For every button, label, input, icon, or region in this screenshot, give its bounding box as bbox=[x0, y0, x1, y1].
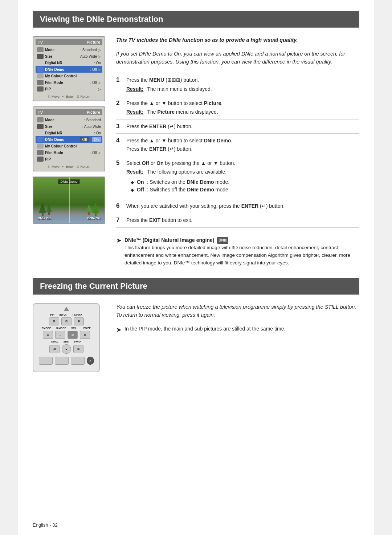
tv-menu-row: My Colour Control bbox=[36, 143, 102, 149]
bullet-list: ◆ On : Switches on the DNIe Demo mode. ◆… bbox=[131, 178, 359, 194]
remote-btn-large-1[interactable] bbox=[39, 357, 53, 365]
tv-menu-row: Film Mode : Off ▷ bbox=[36, 79, 102, 86]
list-item: ◆ Off : Switches off the DNIe Demo mode. bbox=[131, 186, 359, 194]
intro-text-2: If you set DNIe Demo to On, you can view… bbox=[116, 50, 359, 66]
tv-menu-row: PIP bbox=[36, 156, 102, 162]
step-3: 3 Press the ENTER (↵) button. bbox=[116, 119, 359, 134]
tv-menu-row-dniedemo: DNIe Demo : Off ▷ bbox=[36, 66, 102, 73]
section1-content: TV Picture Mode : Standard ▷ Size : Auto… bbox=[33, 36, 359, 271]
freeze-intro: You can freeze the picture when watching… bbox=[116, 303, 359, 319]
tv-menu-row: Size : Auto Wide ▷ bbox=[36, 53, 102, 60]
section1-right: This TV includes the DNIe function so as… bbox=[116, 36, 359, 271]
freeze-note: ➤ In the PIP mode, the main and sub pict… bbox=[116, 325, 359, 335]
remote-label-row2: PMODE S.MODE STILL PSIZE bbox=[36, 327, 96, 329]
tv-menu-row: Digital NR : On bbox=[36, 60, 102, 66]
step-6: 6 When you are satisfied with your setti… bbox=[116, 199, 359, 213]
remote-row2: ⊡ ↔ ⊟ ⊞ bbox=[36, 331, 96, 339]
section1-left: TV Picture Mode : Standard ▷ Size : Auto… bbox=[33, 36, 105, 271]
section2-left: PIP INFO□ TTX/MIX ⊞ ⊟ ⊠ PMODE S.MODE S bbox=[33, 303, 105, 372]
result-line: Result: The Picture menu is displayed. bbox=[126, 108, 359, 116]
tv-menu-row: Mode : Standard bbox=[36, 117, 102, 123]
tv-menu-2-footer: ⬆ Move ↵ Enter ⊞ Return bbox=[36, 164, 102, 169]
menu-icon bbox=[37, 117, 44, 122]
remote-dual-button[interactable]: I-II bbox=[49, 345, 60, 353]
step-2: 2 Press the ▲ or ▼ button to select Pict… bbox=[116, 96, 359, 119]
tv-menu-row-dniedemo2: DNIe Demo Off On bbox=[36, 136, 102, 143]
remote-row3: I-II ● ⊞ bbox=[36, 344, 96, 354]
tv-menu-row: Mode : Standard ▷ bbox=[36, 46, 102, 53]
section2-header: Freezing the Current Picture bbox=[33, 278, 359, 295]
tv-menu-2-header: TV Picture bbox=[36, 109, 102, 115]
remote-srs-button[interactable]: ● bbox=[62, 344, 71, 354]
tv-menu-row: Size : Auto Wide bbox=[36, 123, 102, 130]
dnle-off-label: DNIe Off bbox=[38, 216, 51, 220]
remote-btn-large-3[interactable] bbox=[71, 357, 85, 365]
remote-ttxmix-button[interactable]: ⊠ bbox=[74, 317, 84, 325]
tv-menu-row: Digital NR : On bbox=[36, 130, 102, 136]
dnle-demo-photo: DNIe Demo DNIe Off DNIe On bbox=[33, 177, 105, 224]
list-item: ◆ On : Switches on the DNIe Demo mode. bbox=[131, 178, 359, 186]
menu-icon bbox=[37, 157, 44, 162]
tv-menu-2: TV Picture Mode : Standard Size : Auto W… bbox=[33, 106, 105, 171]
split-line bbox=[69, 177, 70, 223]
note-arrow-icon: ➤ bbox=[116, 236, 122, 244]
tv-menu-1: TV Picture Mode : Standard ▷ Size : Auto… bbox=[33, 36, 105, 101]
menu-icon bbox=[37, 150, 44, 155]
remote-label-row3: DUAL SRS SWAP bbox=[36, 340, 96, 343]
freeze-note-arrow-icon: ➤ bbox=[116, 325, 122, 335]
section2: Freezing the Current Picture PIP INFO□ T… bbox=[33, 278, 359, 372]
remote-control: PIP INFO□ TTX/MIX ⊞ ⊟ ⊠ PMODE S.MODE S bbox=[33, 303, 100, 372]
remote-up-arrow-icon bbox=[64, 307, 69, 311]
remote-btn-large-2[interactable] bbox=[55, 357, 69, 365]
tv-menu-1-header: TV Picture bbox=[36, 39, 102, 45]
result-line: Result: The following options are availa… bbox=[126, 168, 359, 176]
tv-menu-1-footer: ⬆ Move ↵ Enter ⊞ Return bbox=[36, 94, 102, 98]
tv-menu-row: PIP ▷ bbox=[36, 86, 102, 92]
remote-info-button[interactable]: ⊟ bbox=[61, 317, 72, 325]
remote-swap-button[interactable]: ⊞ bbox=[73, 345, 83, 353]
menu-icon bbox=[37, 80, 44, 85]
intro-text-1: This TV includes the DNIe function so as… bbox=[116, 36, 359, 44]
menu-icon bbox=[37, 130, 44, 135]
page: Viewing the DNIe Demonstration TV Pictur… bbox=[18, 0, 374, 535]
step-7: 7 Press the EXIT button to exit. bbox=[116, 213, 359, 227]
remote-checkmark-button[interactable]: ✓ bbox=[87, 357, 94, 365]
remote-still-button[interactable]: ⊟ bbox=[68, 331, 78, 339]
step-4: 4 Press the ▲ or ▼ button to select DNIe… bbox=[116, 134, 359, 156]
remote-smode-button[interactable]: ↔ bbox=[55, 331, 65, 339]
step-5: 5 Select Off or On by pressing the ▲ or … bbox=[116, 156, 359, 199]
remote-bottom-row: ✓ bbox=[36, 357, 96, 365]
remote-row1: ⊞ ⊟ ⊠ bbox=[36, 317, 96, 325]
remote-label-row1: PIP INFO□ TTX/MIX bbox=[36, 313, 96, 316]
remote-pmode-button[interactable]: ⊡ bbox=[43, 331, 53, 339]
remote-pip-button[interactable]: ⊞ bbox=[49, 317, 59, 325]
step-1: 1 Press the MENU (⊞⊞⊞) button. Result: T… bbox=[116, 73, 359, 96]
section2-right: You can freeze the picture when watching… bbox=[116, 303, 359, 372]
menu-icon bbox=[37, 143, 44, 149]
tv-menu-row: My Colour Control bbox=[36, 73, 102, 79]
menu-icon bbox=[37, 67, 44, 72]
menu-icon bbox=[37, 137, 44, 142]
menu-icon bbox=[37, 47, 44, 52]
dnle-note: ➤ DNIe™ (Digital Natural Image engine) D… bbox=[116, 233, 359, 271]
page-footer: English - 32 bbox=[33, 522, 58, 528]
menu-icon bbox=[37, 86, 44, 92]
tv-menu-row: Film Mode : Off ▷ bbox=[36, 149, 102, 156]
steps-list: 1 Press the MENU (⊞⊞⊞) button. Result: T… bbox=[116, 73, 359, 227]
dnle-on-label: DNIe On bbox=[87, 216, 100, 220]
section2-content: PIP INFO□ TTX/MIX ⊞ ⊟ ⊠ PMODE S.MODE S bbox=[33, 303, 359, 372]
remote-psize-button[interactable]: ⊞ bbox=[80, 331, 90, 339]
menu-icon bbox=[37, 60, 44, 65]
result-line: Result: The main menu is displayed. bbox=[126, 85, 359, 93]
menu-icon bbox=[37, 54, 44, 59]
menu-icon bbox=[37, 124, 44, 129]
menu-icon bbox=[37, 73, 44, 78]
section1-header: Viewing the DNIe Demonstration bbox=[33, 11, 359, 28]
